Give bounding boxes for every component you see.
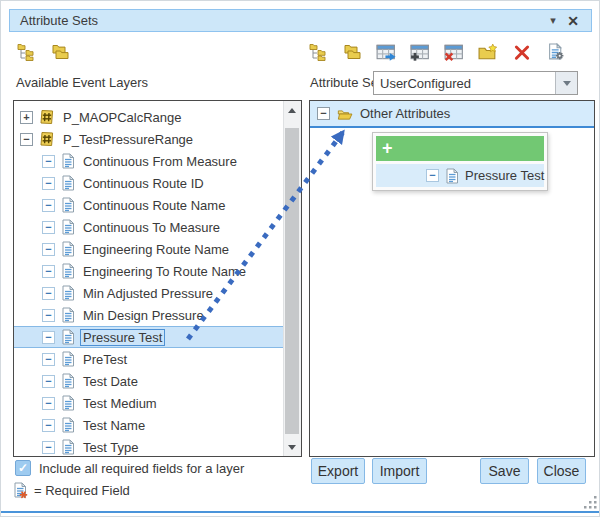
tree-item-field[interactable]: −Test Date bbox=[14, 370, 284, 392]
expand-attribute-tree-button[interactable] bbox=[307, 41, 329, 63]
field-document-icon bbox=[61, 197, 75, 213]
expand-layer-tree-button[interactable] bbox=[15, 41, 37, 63]
title-bar: Attribute Sets ▾ ✕ bbox=[9, 9, 592, 32]
tree-item-field[interactable]: −Continuous To Measure bbox=[14, 216, 284, 238]
scrollbar-thumb[interactable] bbox=[285, 128, 299, 434]
folder-star-icon bbox=[478, 43, 498, 61]
delete-attribute-set-button[interactable] bbox=[511, 41, 533, 63]
tree-item-field[interactable]: −Min Design Pressure bbox=[14, 304, 284, 326]
tree-item-field[interactable]: −Engineering Route Name bbox=[14, 238, 284, 260]
include-required-fields-row: ✓ Include all required fields for a laye… bbox=[15, 460, 244, 476]
collapse-icon[interactable]: − bbox=[42, 375, 55, 388]
collapse-icon[interactable]: − bbox=[20, 133, 33, 146]
folders-icon bbox=[50, 43, 70, 61]
tree-item-field[interactable]: −Test Type bbox=[14, 436, 284, 457]
field-document-icon bbox=[61, 241, 75, 257]
tree-item-label: Test Date bbox=[81, 374, 140, 389]
include-required-fields-checkbox[interactable]: ✓ bbox=[15, 460, 31, 476]
collapse-icon[interactable]: − bbox=[42, 397, 55, 410]
field-document-icon bbox=[61, 307, 75, 323]
close-icon[interactable]: ✕ bbox=[563, 13, 583, 29]
tree-item-layer[interactable]: −P_TestPressureRange bbox=[14, 128, 284, 150]
triangle-up-icon bbox=[288, 108, 296, 113]
plus-icon: + bbox=[382, 138, 393, 159]
collapse-icon[interactable]: − bbox=[317, 107, 330, 120]
collapse-icon[interactable]: − bbox=[42, 353, 55, 366]
drop-add-indicator: + bbox=[376, 136, 544, 161]
other-attributes-row[interactable]: − Other Attributes bbox=[310, 101, 594, 128]
window-menu-icon[interactable]: ▾ bbox=[543, 14, 563, 27]
tree-item-field[interactable]: −Min Adjusted Pressure bbox=[14, 282, 284, 304]
collapse-icon[interactable]: − bbox=[42, 441, 55, 454]
required-field-legend: = Required Field bbox=[13, 482, 130, 499]
event-layers-tree: +P_MAOPCalcRange −P_TestPressureRange −C… bbox=[14, 101, 284, 456]
save-button[interactable]: Save bbox=[480, 458, 529, 484]
tree-item-label: Min Design Pressure bbox=[81, 308, 206, 323]
new-attribute-set-button[interactable] bbox=[477, 41, 499, 63]
tree-item-field[interactable]: −Continuous From Measure bbox=[14, 150, 284, 172]
tree-item-label: Continuous From Measure bbox=[81, 154, 239, 169]
collapse-icon[interactable]: − bbox=[42, 309, 55, 322]
table-arrow-icon bbox=[376, 43, 396, 61]
collapse-attribute-folders-button[interactable] bbox=[341, 41, 363, 63]
tree-item-field[interactable]: −Continuous Route Name bbox=[14, 194, 284, 216]
collapse-icon[interactable]: − bbox=[42, 199, 55, 212]
collapse-icon[interactable]: − bbox=[42, 243, 55, 256]
collapse-icon: − bbox=[426, 169, 439, 182]
scroll-down-button[interactable] bbox=[284, 439, 300, 455]
tree-item-layer[interactable]: +P_MAOPCalcRange bbox=[14, 106, 284, 128]
tree-item-field[interactable]: −Test Medium bbox=[14, 392, 284, 414]
collapse-icon[interactable]: − bbox=[42, 265, 55, 278]
export-button[interactable]: Export bbox=[311, 458, 365, 484]
dragged-item-label: Pressure Test bbox=[465, 168, 544, 183]
attribute-sets-dialog: Attribute Sets ▾ ✕ bbox=[0, 0, 600, 517]
triangle-down-icon bbox=[288, 445, 296, 450]
collapse-layer-folders-button[interactable] bbox=[49, 41, 71, 63]
remove-event-table-button[interactable] bbox=[443, 41, 465, 63]
import-event-table-button[interactable] bbox=[375, 41, 397, 63]
table-x-icon bbox=[444, 43, 464, 61]
field-document-icon bbox=[61, 175, 75, 191]
chevron-down-icon bbox=[563, 81, 571, 86]
close-button[interactable]: Close bbox=[537, 458, 586, 484]
expand-icon[interactable]: + bbox=[20, 111, 33, 124]
tree-item-label: Continuous Route ID bbox=[81, 176, 206, 191]
resize-grip[interactable] bbox=[584, 496, 598, 510]
tree-item-field[interactable]: −Continuous Route ID bbox=[14, 172, 284, 194]
field-document-icon bbox=[61, 329, 75, 345]
vertical-scrollbar[interactable] bbox=[283, 101, 301, 456]
collapse-icon[interactable]: − bbox=[42, 287, 55, 300]
collapse-icon[interactable]: − bbox=[42, 155, 55, 168]
collapse-icon[interactable]: − bbox=[42, 419, 55, 432]
collapse-icon[interactable]: − bbox=[42, 221, 55, 234]
table-plus-icon bbox=[410, 43, 430, 61]
red-x-icon bbox=[512, 43, 532, 61]
field-document-icon bbox=[61, 285, 75, 301]
field-document-icon bbox=[61, 373, 75, 389]
tree-item-label: Engineering Route Name bbox=[81, 242, 231, 257]
tree-item-label: Continuous To Measure bbox=[81, 220, 222, 235]
tree-item-label: Engineering To Route Name bbox=[81, 264, 248, 279]
tree-folders-icon bbox=[308, 43, 328, 61]
attribute-set-dropdown[interactable]: UserConfigured bbox=[373, 71, 578, 95]
scroll-up-button[interactable] bbox=[284, 102, 300, 118]
tree-item-field[interactable]: −PreTest bbox=[14, 348, 284, 370]
tree-item-label: Pressure Test bbox=[81, 330, 164, 345]
add-event-table-button[interactable] bbox=[409, 41, 431, 63]
collapse-icon[interactable]: − bbox=[42, 331, 55, 344]
tree-item-field-selected[interactable]: −Pressure Test bbox=[14, 326, 284, 348]
tree-item-label: Test Medium bbox=[81, 396, 159, 411]
field-document-icon bbox=[61, 439, 75, 455]
attribute-set-options-button[interactable] bbox=[545, 41, 567, 63]
drag-preview-card: + − Pressure Test bbox=[372, 132, 548, 191]
dropdown-button[interactable] bbox=[555, 72, 577, 94]
tree-item-field[interactable]: −Engineering To Route Name bbox=[14, 260, 284, 282]
open-folder-icon bbox=[337, 107, 353, 121]
layers-toolbar bbox=[15, 41, 71, 63]
tree-item-field[interactable]: −Test Name bbox=[14, 414, 284, 436]
attribute-set-toolbar bbox=[307, 41, 567, 63]
import-button[interactable]: Import bbox=[372, 458, 427, 484]
collapse-icon[interactable]: − bbox=[42, 177, 55, 190]
tree-item-label: PreTest bbox=[81, 352, 129, 367]
folders-icon bbox=[342, 43, 362, 61]
